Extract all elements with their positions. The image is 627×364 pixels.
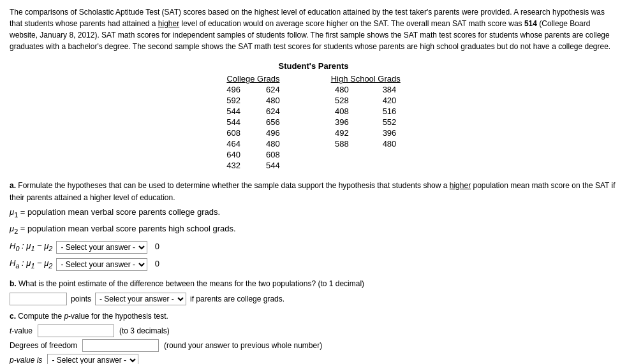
section-c: c. Compute the p-value for the hypothesi… [10, 310, 617, 364]
points-label: points [71, 293, 91, 305]
tvalue-row: t-value (to 3 decimals) [10, 324, 617, 337]
pvalue-row: p-value is - Select your answer - .005 .… [10, 354, 617, 364]
point-estimate-input[interactable] [10, 293, 67, 305]
table-cell: 480 [253, 95, 293, 106]
data-table: College Grads High School Grads 496 624 … [214, 73, 413, 171]
h0-label: H0 : μ1 − μ2 [10, 240, 52, 254]
ha-zero: 0 [151, 258, 163, 271]
h0-row: H0 : μ1 − μ2 - Select your answer - ≥ ≤ … [10, 240, 617, 254]
table-cell: 656 [253, 117, 293, 127]
section-a: a. Formulate the hypotheses that can be … [10, 180, 617, 272]
df-hint: (round your answer to previous whole num… [164, 340, 322, 352]
df-label: Degrees of freedom [10, 340, 77, 352]
section-b-label: b. [10, 279, 17, 288]
section-b-question: b. What is the point estimate of the dif… [10, 278, 617, 290]
table-cell: 544 [253, 160, 293, 171]
mean-score: 514 [524, 19, 537, 28]
table-cell: 464 [214, 138, 253, 149]
section-a-question: a. Formulate the hypotheses that can be … [10, 180, 617, 204]
if-parents-text: if parents are college grads. [190, 293, 284, 305]
ha-label: Ha : μ1 − μ2 [10, 257, 52, 272]
table-cell [318, 160, 366, 171]
tvalue-label: t-value [10, 325, 33, 337]
table-cell: 396 [365, 127, 413, 138]
table-cell: 528 [318, 95, 366, 106]
table-cell: 608 [214, 127, 253, 138]
point-estimate-select[interactable]: - Select your answer - more less equal [95, 293, 186, 305]
tvalue-input[interactable] [38, 324, 114, 337]
table-cell: 492 [318, 127, 366, 138]
college-grads-header: College Grads [214, 73, 292, 84]
section-a-label: a. [10, 181, 16, 190]
table-cell: 496 [214, 84, 253, 95]
table-cell: 588 [318, 138, 366, 149]
section-b-input-row: points - Select your answer - more less … [10, 293, 617, 305]
table-cell: 432 [214, 160, 253, 171]
ha-row: Ha : μ1 − μ2 - Select your answer - ≥ ≤ … [10, 257, 617, 272]
ha-select[interactable]: - Select your answer - ≥ ≤ > < = ≠ [56, 258, 147, 271]
table-cell: 544 [214, 106, 253, 117]
table-cell: 592 [214, 95, 253, 106]
df-input[interactable] [82, 339, 159, 352]
table-cell: 624 [253, 84, 293, 95]
table-cell: 496 [253, 127, 293, 138]
pvalue-label: p-value is [10, 354, 42, 364]
section-c-label: c. [10, 312, 16, 321]
section-c-question: c. Compute the p-value for the hypothesi… [10, 310, 617, 323]
pvalue-select[interactable]: - Select your answer - .005 .010 .025 .0… [47, 354, 138, 364]
data-table-section: Student's Parents College Grads High Sch… [10, 61, 617, 171]
table-cell [318, 149, 366, 160]
df-row: Degrees of freedom (round your answer to… [10, 339, 617, 352]
high-school-grads-header: High School Grads [318, 73, 413, 84]
table-cell: 420 [365, 95, 413, 106]
table-cell: 624 [253, 106, 293, 117]
table-cell: 608 [253, 149, 293, 160]
section-b: b. What is the point estimate of the dif… [10, 278, 617, 305]
table-cell: 396 [318, 117, 366, 127]
table-cell: 480 [253, 138, 293, 149]
table-cell: 544 [214, 117, 253, 127]
table-cell: 640 [214, 149, 253, 160]
h0-zero: 0 [151, 240, 163, 254]
table-cell: 552 [365, 117, 413, 127]
intro-paragraph: The comparisons of Scholastic Aptitude T… [10, 6, 617, 52]
tvalue-hint: (to 3 decimals) [119, 325, 170, 337]
table-cell: 384 [365, 84, 413, 95]
table-cell: 516 [365, 106, 413, 117]
table-cell [365, 149, 413, 160]
mu1-definition: μ1 = population mean verbal score parent… [10, 206, 617, 221]
table-cell: 480 [365, 138, 413, 149]
table-cell [365, 160, 413, 171]
table-title: Student's Parents [10, 61, 617, 71]
mu2-definition: μ2 = population mean verbal score parent… [10, 222, 617, 237]
h0-select[interactable]: - Select your answer - ≥ ≤ > < = ≠ [56, 241, 147, 254]
table-cell: 480 [318, 84, 366, 95]
table-cell: 408 [318, 106, 366, 117]
